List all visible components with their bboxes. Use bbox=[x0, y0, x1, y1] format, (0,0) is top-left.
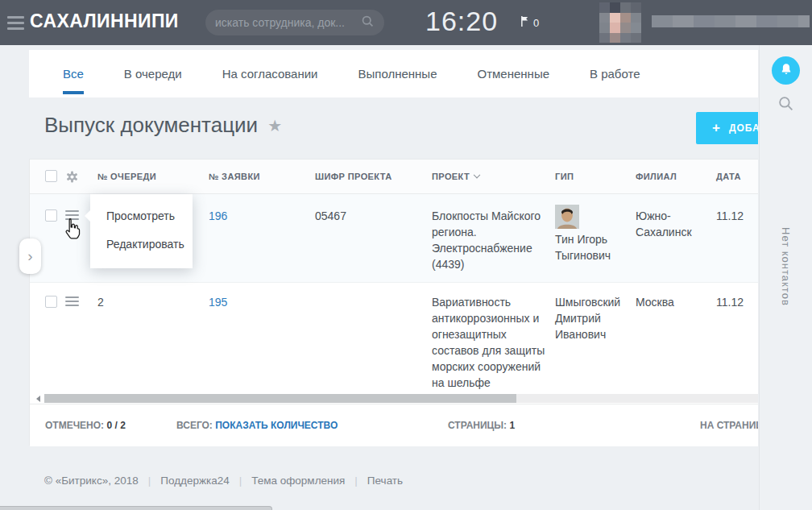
scroll-left-button[interactable] bbox=[33, 395, 43, 403]
chevron-down-icon bbox=[474, 172, 480, 178]
bell-icon bbox=[779, 62, 793, 80]
row-checkbox[interactable] bbox=[45, 209, 57, 222]
status-tabs-bar: Все В очереди На согласовании Выполненны… bbox=[29, 50, 758, 97]
column-header-queue[interactable]: № ОЧЕРЕДИ bbox=[97, 172, 156, 181]
notifications-bell-button[interactable] bbox=[772, 56, 800, 85]
global-search[interactable] bbox=[205, 10, 384, 35]
page-title-row: Выпуск документации ★ bbox=[44, 113, 282, 138]
contacts-search-icon[interactable] bbox=[777, 95, 794, 115]
tab-done[interactable]: Выполненные bbox=[358, 50, 437, 97]
checked-counter: ОТМЕЧЕНО: 0 / 2 bbox=[45, 420, 126, 431]
tab-cancelled[interactable]: Отмененные bbox=[478, 50, 550, 97]
flag-icon bbox=[520, 15, 529, 30]
footer-link-theme[interactable]: Тема оформления bbox=[251, 475, 345, 487]
top-header: САХАЛИННИПИ 16:20 0 bbox=[0, 0, 812, 45]
context-menu-item-view[interactable]: Просмотреть bbox=[90, 202, 193, 230]
context-menu-arrow bbox=[85, 210, 90, 222]
tab-queued[interactable]: В очереди bbox=[124, 50, 182, 97]
column-header-date[interactable]: ДАТА bbox=[716, 172, 741, 181]
notifications-flag-button[interactable]: 0 bbox=[520, 15, 539, 30]
project-code-cell: 05467 bbox=[315, 208, 346, 224]
select-all-checkbox[interactable] bbox=[45, 170, 57, 182]
expand-panel-button[interactable]: › bbox=[19, 238, 41, 274]
row-actions-icon[interactable] bbox=[65, 210, 79, 222]
active-tab-underline bbox=[63, 91, 84, 94]
copyright-text: © «Битрикс», 2018 bbox=[44, 475, 139, 487]
triangle-left-icon bbox=[36, 396, 40, 402]
scrollbar-thumb[interactable] bbox=[44, 394, 516, 403]
tab-approval[interactable]: На согласовании bbox=[222, 50, 318, 97]
no-contacts-label: Нет контактов bbox=[780, 227, 792, 306]
user-name-blurred[interactable] bbox=[652, 15, 810, 27]
tab-in-progress[interactable]: В работе bbox=[590, 50, 640, 97]
global-search-input[interactable] bbox=[215, 16, 361, 29]
add-button[interactable]: + ДОБАВИТЬ bbox=[696, 112, 758, 144]
main-content: Все В очереди На согласовании Выполненны… bbox=[29, 45, 758, 510]
gip-avatar[interactable] bbox=[555, 205, 579, 229]
column-header-branch[interactable]: ФИЛИАЛ bbox=[636, 172, 677, 181]
gear-icon[interactable] bbox=[65, 170, 79, 187]
search-icon bbox=[361, 15, 375, 31]
show-count-link[interactable]: ПОКАЗАТЬ КОЛИЧЕСТВО bbox=[215, 420, 338, 431]
column-header-code[interactable]: ШИФР ПРОЕКТА bbox=[315, 172, 392, 181]
page-number[interactable]: 1 bbox=[509, 420, 515, 431]
row-actions-icon[interactable] bbox=[65, 296, 79, 309]
footer-link-support[interactable]: Поддержка24 bbox=[160, 475, 229, 487]
row-context-menu: Просмотреть Редактировать bbox=[90, 194, 193, 268]
page-title: Выпуск документации bbox=[44, 113, 258, 138]
footer-link-print[interactable]: Печать bbox=[367, 475, 403, 487]
app-window: САХАЛИННИПИ 16:20 0 bbox=[0, 0, 812, 510]
row-checkbox[interactable] bbox=[45, 296, 57, 308]
branch-cell: Москва bbox=[636, 294, 708, 310]
hamburger-menu-icon[interactable] bbox=[7, 16, 24, 33]
column-header-gip[interactable]: ГИП bbox=[555, 172, 574, 181]
date-cell: 11.12 bbox=[716, 208, 758, 224]
favorite-star-icon[interactable]: ★ bbox=[267, 116, 282, 135]
queue-number-cell: 2 bbox=[97, 294, 104, 310]
per-page-label[interactable]: НА СТРАНИЦЕ: bbox=[700, 420, 758, 431]
pages-counter: СТРАНИЦЫ: 1 bbox=[448, 420, 515, 431]
tab-all[interactable]: Все bbox=[63, 50, 84, 97]
grid-footer-bar: ОТМЕЧЕНО: 0 / 2 ВСЕГО: ПОКАЗАТЬ КОЛИЧЕСТ… bbox=[30, 404, 758, 446]
contacts-rail: Нет контактов bbox=[759, 45, 812, 510]
flag-count: 0 bbox=[533, 17, 539, 29]
plus-icon: + bbox=[712, 120, 721, 136]
grid-header-row: № ОЧЕРЕДИ № ЗАЯВКИ ШИФР ПРОЕКТА ПРОЕКТ Г… bbox=[30, 160, 758, 194]
grid-horizontal-scrollbar[interactable] bbox=[30, 393, 758, 404]
branch-cell: Южно-Сахалинск bbox=[636, 208, 708, 240]
column-header-request[interactable]: № ЗАЯВКИ bbox=[209, 172, 260, 181]
project-cell: Вариативность антикоррозионных и огнезащ… bbox=[432, 294, 554, 391]
request-number-link[interactable]: 196 bbox=[209, 208, 227, 224]
gip-name-cell[interactable]: Тин Игорь Тыгинович bbox=[555, 231, 632, 263]
date-cell: 11.12 bbox=[716, 294, 758, 310]
page-footer: © «Битрикс», 2018 | Поддержка24 | Тема о… bbox=[44, 475, 403, 487]
page-horizontal-scrollbar[interactable] bbox=[0, 506, 272, 510]
gip-name-cell[interactable]: Шмыговский Дмитрий Иванович bbox=[555, 294, 632, 342]
chevron-right-icon: › bbox=[27, 247, 32, 265]
header-clock: 16:20 bbox=[425, 6, 498, 37]
user-avatar-blurred[interactable] bbox=[599, 2, 641, 43]
project-cell: Блокпосты Майского региона. Электроснабж… bbox=[432, 208, 554, 272]
total-counter: ВСЕГО: ПОКАЗАТЬ КОЛИЧЕСТВО bbox=[176, 420, 338, 431]
request-number-link[interactable]: 195 bbox=[209, 294, 227, 310]
table-row[interactable]: 2 195 Вариативность антикоррозионных и о… bbox=[30, 283, 758, 393]
column-header-project[interactable]: ПРОЕКТ bbox=[432, 172, 479, 181]
app-title: САХАЛИННИПИ bbox=[30, 10, 179, 32]
context-menu-item-edit[interactable]: Редактировать bbox=[90, 230, 193, 259]
